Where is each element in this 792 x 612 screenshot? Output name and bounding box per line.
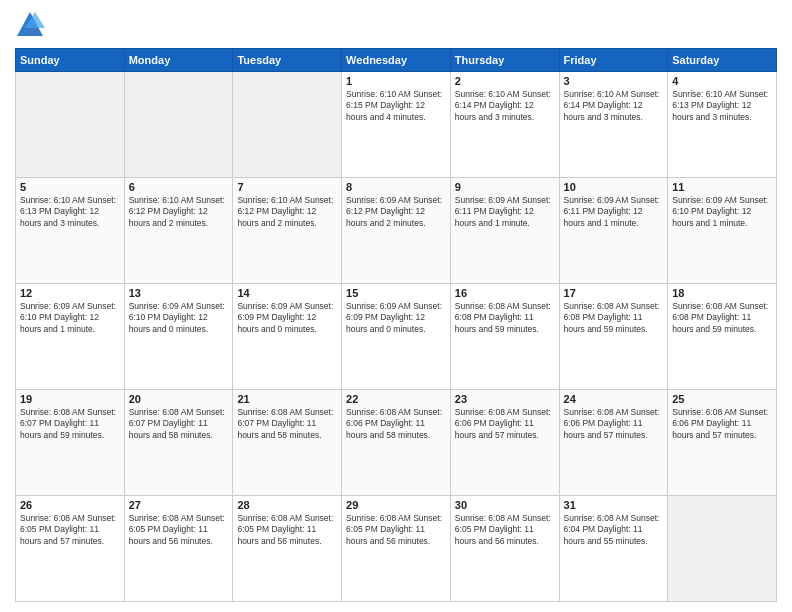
calendar-table: SundayMondayTuesdayWednesdayThursdayFrid… bbox=[15, 48, 777, 602]
day-info: Sunrise: 6:08 AM Sunset: 6:04 PM Dayligh… bbox=[564, 513, 664, 547]
calendar-week-1: 1Sunrise: 6:10 AM Sunset: 6:15 PM Daylig… bbox=[16, 72, 777, 178]
calendar-week-5: 26Sunrise: 6:08 AM Sunset: 6:05 PM Dayli… bbox=[16, 496, 777, 602]
day-info: Sunrise: 6:10 AM Sunset: 6:14 PM Dayligh… bbox=[564, 89, 664, 123]
day-info: Sunrise: 6:09 AM Sunset: 6:10 PM Dayligh… bbox=[129, 301, 229, 335]
day-info: Sunrise: 6:09 AM Sunset: 6:10 PM Dayligh… bbox=[20, 301, 120, 335]
calendar-cell bbox=[124, 72, 233, 178]
calendar-week-2: 5Sunrise: 6:10 AM Sunset: 6:13 PM Daylig… bbox=[16, 178, 777, 284]
day-number: 3 bbox=[564, 75, 664, 87]
day-number: 15 bbox=[346, 287, 446, 299]
calendar-cell: 19Sunrise: 6:08 AM Sunset: 6:07 PM Dayli… bbox=[16, 390, 125, 496]
day-info: Sunrise: 6:09 AM Sunset: 6:11 PM Dayligh… bbox=[455, 195, 555, 229]
day-number: 14 bbox=[237, 287, 337, 299]
calendar-cell: 6Sunrise: 6:10 AM Sunset: 6:12 PM Daylig… bbox=[124, 178, 233, 284]
day-number: 23 bbox=[455, 393, 555, 405]
calendar-cell: 1Sunrise: 6:10 AM Sunset: 6:15 PM Daylig… bbox=[342, 72, 451, 178]
weekday-header-row: SundayMondayTuesdayWednesdayThursdayFrid… bbox=[16, 49, 777, 72]
day-number: 28 bbox=[237, 499, 337, 511]
day-number: 24 bbox=[564, 393, 664, 405]
day-number: 6 bbox=[129, 181, 229, 193]
calendar-cell: 22Sunrise: 6:08 AM Sunset: 6:06 PM Dayli… bbox=[342, 390, 451, 496]
calendar-week-3: 12Sunrise: 6:09 AM Sunset: 6:10 PM Dayli… bbox=[16, 284, 777, 390]
day-info: Sunrise: 6:10 AM Sunset: 6:15 PM Dayligh… bbox=[346, 89, 446, 123]
calendar-cell: 8Sunrise: 6:09 AM Sunset: 6:12 PM Daylig… bbox=[342, 178, 451, 284]
day-number: 19 bbox=[20, 393, 120, 405]
day-number: 2 bbox=[455, 75, 555, 87]
day-number: 27 bbox=[129, 499, 229, 511]
calendar-cell: 21Sunrise: 6:08 AM Sunset: 6:07 PM Dayli… bbox=[233, 390, 342, 496]
day-info: Sunrise: 6:09 AM Sunset: 6:12 PM Dayligh… bbox=[346, 195, 446, 229]
day-info: Sunrise: 6:08 AM Sunset: 6:06 PM Dayligh… bbox=[564, 407, 664, 441]
calendar-cell: 13Sunrise: 6:09 AM Sunset: 6:10 PM Dayli… bbox=[124, 284, 233, 390]
day-number: 13 bbox=[129, 287, 229, 299]
calendar-cell: 18Sunrise: 6:08 AM Sunset: 6:08 PM Dayli… bbox=[668, 284, 777, 390]
day-info: Sunrise: 6:10 AM Sunset: 6:13 PM Dayligh… bbox=[672, 89, 772, 123]
weekday-header-monday: Monday bbox=[124, 49, 233, 72]
calendar-cell: 3Sunrise: 6:10 AM Sunset: 6:14 PM Daylig… bbox=[559, 72, 668, 178]
calendar-cell: 4Sunrise: 6:10 AM Sunset: 6:13 PM Daylig… bbox=[668, 72, 777, 178]
day-info: Sunrise: 6:08 AM Sunset: 6:07 PM Dayligh… bbox=[129, 407, 229, 441]
day-info: Sunrise: 6:08 AM Sunset: 6:06 PM Dayligh… bbox=[346, 407, 446, 441]
calendar-cell: 28Sunrise: 6:08 AM Sunset: 6:05 PM Dayli… bbox=[233, 496, 342, 602]
weekday-header-saturday: Saturday bbox=[668, 49, 777, 72]
calendar-cell: 30Sunrise: 6:08 AM Sunset: 6:05 PM Dayli… bbox=[450, 496, 559, 602]
day-number: 30 bbox=[455, 499, 555, 511]
weekday-header-friday: Friday bbox=[559, 49, 668, 72]
day-info: Sunrise: 6:09 AM Sunset: 6:11 PM Dayligh… bbox=[564, 195, 664, 229]
calendar-cell bbox=[16, 72, 125, 178]
calendar-cell: 24Sunrise: 6:08 AM Sunset: 6:06 PM Dayli… bbox=[559, 390, 668, 496]
day-number: 21 bbox=[237, 393, 337, 405]
weekday-header-sunday: Sunday bbox=[16, 49, 125, 72]
calendar-cell: 23Sunrise: 6:08 AM Sunset: 6:06 PM Dayli… bbox=[450, 390, 559, 496]
calendar-week-4: 19Sunrise: 6:08 AM Sunset: 6:07 PM Dayli… bbox=[16, 390, 777, 496]
weekday-header-wednesday: Wednesday bbox=[342, 49, 451, 72]
day-info: Sunrise: 6:08 AM Sunset: 6:05 PM Dayligh… bbox=[455, 513, 555, 547]
day-number: 11 bbox=[672, 181, 772, 193]
calendar-cell: 12Sunrise: 6:09 AM Sunset: 6:10 PM Dayli… bbox=[16, 284, 125, 390]
day-info: Sunrise: 6:08 AM Sunset: 6:05 PM Dayligh… bbox=[20, 513, 120, 547]
day-info: Sunrise: 6:08 AM Sunset: 6:07 PM Dayligh… bbox=[20, 407, 120, 441]
day-info: Sunrise: 6:08 AM Sunset: 6:07 PM Dayligh… bbox=[237, 407, 337, 441]
weekday-header-tuesday: Tuesday bbox=[233, 49, 342, 72]
day-number: 18 bbox=[672, 287, 772, 299]
day-info: Sunrise: 6:09 AM Sunset: 6:09 PM Dayligh… bbox=[237, 301, 337, 335]
day-number: 26 bbox=[20, 499, 120, 511]
page-header bbox=[15, 10, 777, 40]
calendar-cell: 20Sunrise: 6:08 AM Sunset: 6:07 PM Dayli… bbox=[124, 390, 233, 496]
day-number: 1 bbox=[346, 75, 446, 87]
day-number: 12 bbox=[20, 287, 120, 299]
day-number: 7 bbox=[237, 181, 337, 193]
day-info: Sunrise: 6:08 AM Sunset: 6:08 PM Dayligh… bbox=[455, 301, 555, 335]
day-number: 22 bbox=[346, 393, 446, 405]
day-info: Sunrise: 6:10 AM Sunset: 6:12 PM Dayligh… bbox=[129, 195, 229, 229]
calendar-cell: 17Sunrise: 6:08 AM Sunset: 6:08 PM Dayli… bbox=[559, 284, 668, 390]
day-number: 10 bbox=[564, 181, 664, 193]
calendar-cell: 7Sunrise: 6:10 AM Sunset: 6:12 PM Daylig… bbox=[233, 178, 342, 284]
calendar-cell bbox=[233, 72, 342, 178]
calendar-cell: 10Sunrise: 6:09 AM Sunset: 6:11 PM Dayli… bbox=[559, 178, 668, 284]
day-info: Sunrise: 6:10 AM Sunset: 6:14 PM Dayligh… bbox=[455, 89, 555, 123]
calendar-cell: 16Sunrise: 6:08 AM Sunset: 6:08 PM Dayli… bbox=[450, 284, 559, 390]
calendar-cell: 27Sunrise: 6:08 AM Sunset: 6:05 PM Dayli… bbox=[124, 496, 233, 602]
day-info: Sunrise: 6:10 AM Sunset: 6:12 PM Dayligh… bbox=[237, 195, 337, 229]
day-number: 31 bbox=[564, 499, 664, 511]
day-info: Sunrise: 6:08 AM Sunset: 6:06 PM Dayligh… bbox=[672, 407, 772, 441]
day-number: 20 bbox=[129, 393, 229, 405]
calendar-cell: 31Sunrise: 6:08 AM Sunset: 6:04 PM Dayli… bbox=[559, 496, 668, 602]
calendar-cell: 14Sunrise: 6:09 AM Sunset: 6:09 PM Dayli… bbox=[233, 284, 342, 390]
day-number: 9 bbox=[455, 181, 555, 193]
day-number: 8 bbox=[346, 181, 446, 193]
calendar-cell: 26Sunrise: 6:08 AM Sunset: 6:05 PM Dayli… bbox=[16, 496, 125, 602]
calendar-cell: 2Sunrise: 6:10 AM Sunset: 6:14 PM Daylig… bbox=[450, 72, 559, 178]
day-info: Sunrise: 6:08 AM Sunset: 6:05 PM Dayligh… bbox=[237, 513, 337, 547]
calendar-cell: 15Sunrise: 6:09 AM Sunset: 6:09 PM Dayli… bbox=[342, 284, 451, 390]
day-info: Sunrise: 6:08 AM Sunset: 6:06 PM Dayligh… bbox=[455, 407, 555, 441]
day-number: 29 bbox=[346, 499, 446, 511]
calendar-cell: 25Sunrise: 6:08 AM Sunset: 6:06 PM Dayli… bbox=[668, 390, 777, 496]
logo-icon bbox=[15, 10, 45, 40]
day-info: Sunrise: 6:08 AM Sunset: 6:05 PM Dayligh… bbox=[129, 513, 229, 547]
day-number: 16 bbox=[455, 287, 555, 299]
calendar-cell: 9Sunrise: 6:09 AM Sunset: 6:11 PM Daylig… bbox=[450, 178, 559, 284]
calendar-cell: 29Sunrise: 6:08 AM Sunset: 6:05 PM Dayli… bbox=[342, 496, 451, 602]
weekday-header-thursday: Thursday bbox=[450, 49, 559, 72]
